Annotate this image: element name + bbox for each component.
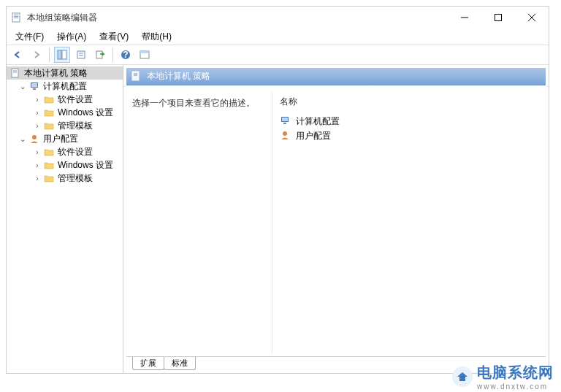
menu-action[interactable]: 操作(A) (51, 29, 92, 45)
svg-rect-18 (12, 69, 18, 77)
back-button[interactable] (9, 47, 26, 63)
folder-icon (43, 120, 55, 131)
details-header-text: 本地计算机 策略 (147, 70, 210, 82)
window-title: 本地组策略编辑器 (27, 12, 448, 24)
tree-pane[interactable]: 本地计算机 策略 ⌄ 计算机配置 › 软件设置 › Windows 设置 › 管… (7, 65, 123, 373)
tree-admin-templates-user[interactable]: › 管理模板 (7, 172, 123, 185)
folder-icon (43, 107, 55, 118)
details-content: 选择一个项目来查看它的描述。 名称 计算机配置 用户配置 (123, 88, 549, 357)
tree-label: 本地计算机 策略 (24, 67, 88, 80)
svg-text:?: ? (123, 50, 128, 60)
details-header: 本地计算机 策略 (126, 68, 546, 85)
watermark-logo-icon (452, 366, 473, 387)
help-button[interactable]: ? (118, 47, 134, 63)
titlebar: 本地组策略编辑器 (7, 7, 549, 28)
document-icon (131, 71, 142, 82)
svg-rect-3 (14, 18, 18, 18)
tree-software-settings[interactable]: › 软件设置 (7, 93, 123, 106)
app-icon (11, 12, 23, 23)
collapse-icon[interactable]: ⌄ (18, 134, 27, 143)
computer-icon (28, 80, 40, 92)
user-icon (280, 130, 291, 142)
description-column: 选择一个项目来查看它的描述。 (126, 91, 272, 354)
svg-rect-17 (140, 51, 149, 53)
tree-windows-settings[interactable]: › Windows 设置 (7, 106, 123, 119)
tab-standard[interactable]: 标准 (164, 357, 196, 370)
toolbar-separator (112, 47, 113, 62)
expand-icon[interactable]: › (33, 95, 42, 104)
options-button[interactable] (137, 47, 153, 63)
tree-user-config[interactable]: ⌄ 用户配置 (7, 132, 123, 145)
svg-rect-1 (14, 15, 18, 15)
list-column: 名称 计算机配置 用户配置 (272, 91, 546, 354)
tree-admin-templates[interactable]: › 管理模板 (7, 119, 123, 132)
watermark-title: 电脑系统网 (477, 364, 554, 380)
svg-rect-5 (495, 15, 502, 21)
menu-file[interactable]: 文件(F) (9, 29, 50, 45)
svg-rect-29 (282, 118, 288, 121)
list-item-label: 计算机配置 (296, 115, 340, 128)
watermark: 电脑系统网 www.dnxtw.com (452, 363, 554, 391)
export-button[interactable] (92, 47, 108, 63)
watermark-url: www.dnxtw.com (477, 383, 554, 391)
tree-label: Windows 设置 (58, 159, 113, 172)
expand-icon[interactable]: › (33, 147, 42, 156)
svg-point-24 (32, 135, 37, 139)
tree-root[interactable]: 本地计算机 策略 (7, 66, 123, 80)
expand-icon[interactable]: › (33, 161, 42, 169)
svg-rect-10 (77, 51, 85, 58)
description-text: 选择一个项目来查看它的描述。 (132, 98, 255, 108)
folder-icon (43, 172, 55, 184)
toolbar: ? (7, 45, 549, 65)
properties-button[interactable] (73, 47, 89, 63)
tab-divider (126, 356, 546, 357)
tree-software-settings-user[interactable]: › 软件设置 (7, 145, 123, 158)
list-item-label: 用户配置 (296, 130, 331, 142)
svg-rect-30 (283, 123, 286, 124)
toolbar-separator (49, 47, 50, 62)
svg-point-31 (283, 131, 287, 136)
body: 本地计算机 策略 ⌄ 计算机配置 › 软件设置 › Windows 设置 › 管… (7, 65, 549, 373)
collapse-icon[interactable]: ⌄ (18, 82, 27, 91)
show-tree-button[interactable] (54, 47, 70, 63)
svg-rect-25 (132, 72, 139, 80)
menubar: 文件(F) 操作(A) 查看(V) 帮助(H) (7, 28, 549, 45)
expand-icon[interactable]: › (33, 121, 42, 130)
tree-label: 计算机配置 (43, 80, 87, 93)
forward-button[interactable] (28, 47, 45, 63)
tree-label: 管理模板 (58, 172, 93, 185)
column-header-name[interactable]: 名称 (280, 96, 538, 108)
close-button[interactable] (515, 7, 549, 28)
minimize-button[interactable] (448, 7, 481, 28)
tree-label: 软件设置 (58, 146, 93, 158)
user-icon (28, 133, 40, 145)
tree-label: 软件设置 (58, 93, 93, 106)
watermark-text-group: 电脑系统网 www.dnxtw.com (477, 363, 554, 391)
details-pane: 本地计算机 策略 选择一个项目来查看它的描述。 名称 计算机配置 用户配置 (123, 65, 549, 373)
svg-rect-23 (33, 88, 36, 90)
menu-help[interactable]: 帮助(H) (136, 29, 178, 45)
folder-icon (43, 146, 55, 158)
document-icon (9, 67, 21, 79)
maximize-button[interactable] (481, 7, 515, 28)
tab-extended[interactable]: 扩展 (132, 357, 164, 370)
expand-icon[interactable]: › (33, 174, 42, 182)
tree-windows-settings-user[interactable]: › Windows 设置 (7, 158, 123, 172)
expand-icon[interactable]: › (33, 108, 42, 117)
tree-label: 用户配置 (43, 133, 78, 145)
folder-icon (43, 159, 55, 171)
tree-computer-config[interactable]: ⌄ 计算机配置 (7, 80, 123, 93)
gpedit-window: 本地组策略编辑器 文件(F) 操作(A) 查看(V) 帮助(H) ? 本地计算机… (6, 6, 549, 374)
folder-icon (43, 93, 55, 105)
svg-rect-2 (14, 16, 18, 17)
svg-rect-22 (31, 83, 37, 87)
svg-rect-13 (96, 51, 102, 58)
list-item-computer-config[interactable]: 计算机配置 (280, 114, 538, 128)
tree-label: 管理模板 (58, 120, 93, 132)
computer-icon (280, 115, 291, 127)
window-buttons (448, 7, 549, 28)
list-item-user-config[interactable]: 用户配置 (280, 128, 538, 143)
svg-rect-8 (58, 50, 61, 59)
tree-label: Windows 设置 (58, 107, 113, 119)
menu-view[interactable]: 查看(V) (94, 29, 134, 45)
